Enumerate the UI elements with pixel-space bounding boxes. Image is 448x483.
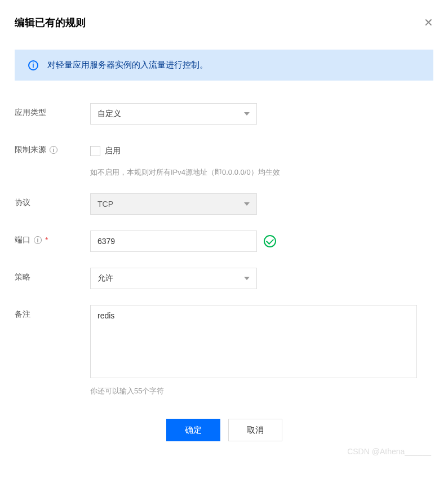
info-tooltip-icon[interactable]: i [50,146,57,154]
enable-checkbox-label: 启用 [105,146,121,156]
remark-help: 你还可以输入55个字符 [90,386,433,396]
dialog-title: 编辑已有的规则 [15,16,86,29]
info-icon: i [28,60,38,70]
chevron-down-icon [244,277,250,280]
remark-textarea[interactable] [90,305,417,378]
close-icon[interactable]: ✕ [424,17,433,28]
alert-text: 对轻量应用服务器实例的入流量进行控制。 [47,60,208,70]
chevron-down-icon [244,202,250,206]
protocol-select[interactable]: TCP [90,193,257,215]
info-alert: i 对轻量应用服务器实例的入流量进行控制。 [15,50,433,81]
chevron-down-icon [244,112,250,116]
app-type-label: 应用类型 [15,103,90,118]
required-indicator: * [45,236,48,245]
protocol-label: 协议 [15,193,90,208]
port-input[interactable] [90,231,257,252]
restrict-source-label: 限制来源 i [15,140,90,155]
policy-value: 允许 [97,273,113,283]
policy-select[interactable]: 允许 [90,268,257,289]
ok-button[interactable]: 确定 [166,419,220,441]
protocol-value: TCP [97,200,113,209]
watermark: CSDN @Athena______ [347,447,431,456]
info-tooltip-icon[interactable]: i [34,236,42,244]
cancel-button[interactable]: 取消 [228,419,282,441]
check-success-icon [264,235,276,247]
app-type-value: 自定义 [97,109,121,119]
remark-label: 备注 [15,305,90,320]
restrict-source-help: 如不启用，本规则对所有IPv4源地址（即0.0.0.0/0）均生效 [90,167,433,178]
app-type-select[interactable]: 自定义 [90,103,257,125]
enable-checkbox[interactable] [90,146,100,156]
port-label: 端口 i * [15,231,90,245]
policy-label: 策略 [15,268,90,282]
